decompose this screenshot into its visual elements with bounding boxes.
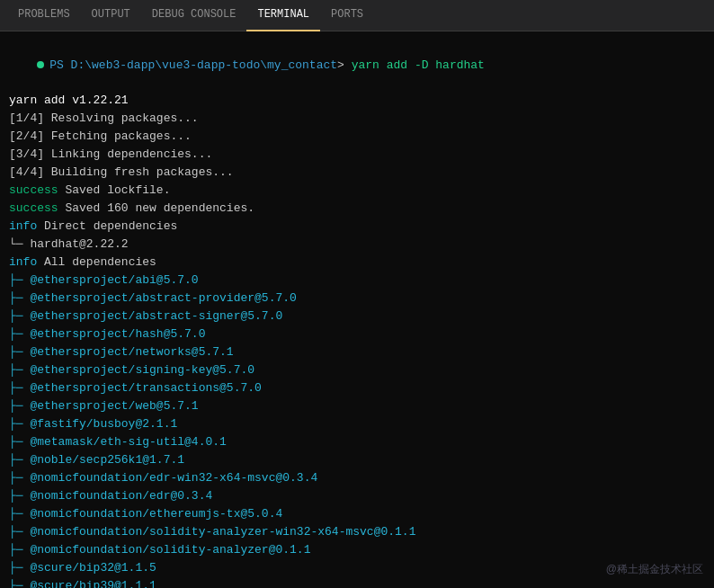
terminal-line: ├─ @fastify/busboy@2.1.1 [9,415,705,433]
tab-bar: PROBLEMS OUTPUT DEBUG CONSOLE TERMINAL P… [0,0,714,31]
tab-ports[interactable]: PORTS [320,0,374,31]
tab-output[interactable]: OUTPUT [81,0,141,31]
terminal-prompt: PS D:\web3-dapp\vue3-dapp-todo\my_contac… [49,58,337,72]
terminal-container[interactable]: PS D:\web3-dapp\vue3-dapp-todo\my_contac… [0,31,714,588]
terminal-line: success Saved lockfile. [9,182,705,200]
terminal-line: └─ hardhat@2.22.2 [9,236,705,254]
terminal-line: ├─ @noble/secp256k1@1.7.1 [9,451,705,469]
terminal-command: yarn add -D hardhat [352,58,485,72]
terminal-line: [2/4] Fetching packages... [9,128,705,146]
terminal-line: ├─ @ethersproject/hash@5.7.0 [9,325,705,343]
terminal-line: ├─ @ethersproject/abi@5.7.0 [9,272,705,290]
terminal-line: success Saved 160 new dependencies. [9,200,705,218]
terminal-line: [3/4] Linking dependencies... [9,146,705,164]
terminal-prompt-line: PS D:\web3-dapp\vue3-dapp-todo\my_contac… [9,39,705,92]
terminal-line: ├─ @ethersproject/web@5.7.1 [9,397,705,415]
terminal-line: ├─ @nomicfoundation/solidity-analyzer@0.… [9,541,705,559]
terminal-line: [1/4] Resolving packages... [9,110,705,128]
terminal-line: ├─ @ethersproject/transactions@5.7.0 [9,379,705,397]
terminal-dot-indicator [37,61,44,68]
terminal-line: info All dependencies [9,254,705,272]
tab-problems[interactable]: PROBLEMS [7,0,81,31]
terminal-output: yarn add v1.22.21[1/4] Resolving package… [9,92,705,589]
terminal-line: ├─ @ethersproject/signing-key@5.7.0 [9,361,705,379]
tab-debug-console[interactable]: DEBUG CONSOLE [141,0,247,31]
terminal-line: ├─ @scure/bip32@1.1.5 [9,559,705,577]
terminal-line: ├─ @nomicfoundation/solidity-analyzer-wi… [9,523,705,541]
watermark: @稀土掘金技术社区 [606,562,703,577]
terminal-line: [4/4] Building fresh packages... [9,164,705,182]
terminal-prompt-arrow: > [337,58,352,72]
terminal-line: ├─ @nomicfoundation/edr-win32-x64-msvc@0… [9,469,705,487]
terminal-line: ├─ @metamask/eth-sig-util@4.0.1 [9,433,705,451]
terminal-line: ├─ @nomicfoundation/edr@0.3.4 [9,487,705,505]
tab-terminal[interactable]: TERMINAL [246,0,320,31]
terminal-line: yarn add v1.22.21 [9,92,705,110]
terminal-line: ├─ @ethersproject/abstract-provider@5.7.… [9,290,705,307]
terminal-line: info Direct dependencies [9,218,705,236]
terminal-line: ├─ @nomicfoundation/ethereumjs-tx@5.0.4 [9,505,705,523]
terminal-line: ├─ @ethersproject/abstract-signer@5.7.0 [9,307,705,325]
terminal-line: ├─ @ethersproject/networks@5.7.1 [9,343,705,361]
terminal-line: ├─ @scure/bip39@1.1.1 [9,577,705,589]
